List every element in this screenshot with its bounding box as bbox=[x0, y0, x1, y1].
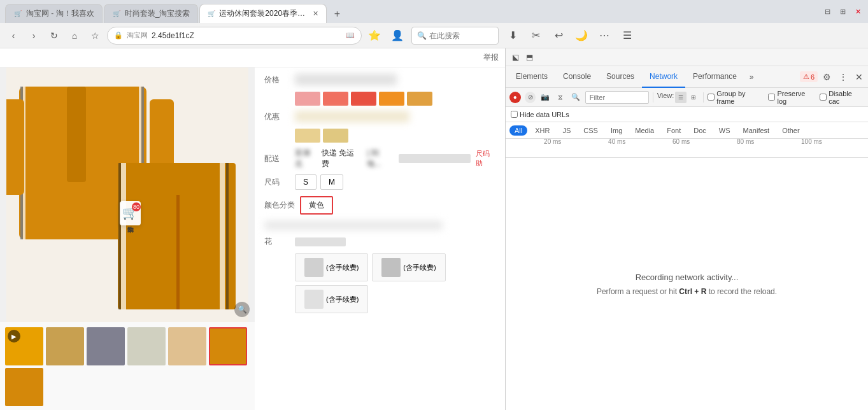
filter-css-button[interactable]: CSS bbox=[578, 125, 603, 136]
color-yellow-button[interactable]: 黄色 bbox=[300, 196, 333, 215]
disable-cache-input[interactable] bbox=[820, 94, 827, 101]
tab-fashion-search[interactable]: 🛒 时尚套装_淘宝搜索 bbox=[104, 4, 199, 23]
thumbnail-1[interactable]: ▶ bbox=[5, 327, 43, 365]
pattern-btn-1[interactable]: (含手续费) bbox=[295, 253, 368, 281]
download-button[interactable]: ⬇ bbox=[504, 27, 522, 45]
filter-other-button[interactable]: Other bbox=[777, 125, 805, 136]
group-by-frame-input[interactable] bbox=[708, 94, 715, 101]
minimize-button[interactable]: ⊟ bbox=[822, 6, 832, 17]
thumbnail-2[interactable] bbox=[46, 327, 84, 365]
refresh-button[interactable]: ↻ bbox=[46, 27, 62, 44]
tab-sports-item[interactable]: 🛒 运动休闲套装2020春季新款时尚洋... ✕ bbox=[199, 4, 327, 23]
swatch-amber[interactable] bbox=[407, 92, 432, 106]
more-button[interactable]: ⋯ bbox=[595, 27, 613, 45]
pattern-btn-3[interactable]: (含手续费) bbox=[295, 285, 368, 313]
page-content: 举报 bbox=[0, 48, 505, 410]
record-button[interactable]: ● bbox=[509, 92, 521, 103]
back-button[interactable]: ‹ bbox=[5, 27, 22, 44]
svg-rect-7 bbox=[6, 99, 24, 195]
thumbnail-7[interactable] bbox=[5, 368, 43, 406]
hide-data-urls-input[interactable] bbox=[511, 111, 518, 118]
cart-icon-wrap[interactable]: 🛒 80 bbox=[122, 205, 138, 220]
home-button[interactable]: ⌂ bbox=[66, 27, 83, 44]
search-box[interactable]: 🔍 bbox=[411, 27, 499, 45]
dock-button[interactable]: ⬕ bbox=[509, 52, 521, 63]
undock-button[interactable]: ⬒ bbox=[523, 52, 535, 63]
thumbnail-5[interactable] bbox=[168, 327, 206, 365]
hide-data-urls-label: Hide data URLs bbox=[520, 111, 569, 118]
search-input[interactable] bbox=[429, 31, 493, 40]
size-help-link[interactable]: 尺码助 bbox=[476, 149, 495, 168]
magnify-button[interactable]: 🔍 bbox=[234, 302, 250, 317]
tab-favicon-1: 🛒 bbox=[13, 10, 22, 18]
tab-network[interactable]: Network bbox=[642, 66, 685, 88]
devtools-close-button[interactable]: ✕ bbox=[853, 71, 865, 83]
maximize-button[interactable]: ⊞ bbox=[837, 6, 848, 17]
network-filter-input[interactable] bbox=[585, 91, 649, 104]
filter-media-button[interactable]: Media bbox=[630, 125, 659, 136]
forward-button[interactable]: › bbox=[25, 27, 42, 44]
swatch-red[interactable] bbox=[351, 92, 376, 106]
floating-cart: 🛒 80 购物车 bbox=[120, 201, 141, 225]
timeline-mark-60ms: 60 ms bbox=[672, 138, 690, 145]
swatch-orange[interactable] bbox=[379, 92, 404, 106]
pattern-img-2 bbox=[381, 258, 401, 277]
clear-button[interactable]: ⊘ bbox=[525, 92, 536, 103]
svg-rect-14 bbox=[118, 163, 121, 309]
bookmark-star-button[interactable]: ⭐ bbox=[366, 27, 383, 45]
tab-console[interactable]: Console bbox=[555, 66, 599, 88]
devtools-more-button[interactable]: ⋮ bbox=[836, 71, 850, 83]
tab-performance[interactable]: Performance bbox=[685, 66, 744, 88]
filter-font-button[interactable]: Font bbox=[662, 125, 686, 136]
filter-js-button[interactable]: JS bbox=[557, 125, 576, 136]
tab-sources[interactable]: Sources bbox=[599, 66, 642, 88]
camera-button[interactable]: 📷 bbox=[539, 92, 551, 103]
filter-manifest-button[interactable]: Manifest bbox=[738, 125, 775, 136]
tab-favicon-3: 🛒 bbox=[208, 10, 215, 18]
filter-img-button[interactable]: Img bbox=[606, 125, 627, 136]
list-view-button[interactable]: ☰ bbox=[675, 92, 687, 103]
filter-all-button[interactable]: All bbox=[509, 125, 527, 136]
tab-more-button[interactable]: » bbox=[744, 73, 759, 81]
warning-badge[interactable]: ⚠ 6 bbox=[800, 71, 818, 82]
thumbnail-6[interactable] bbox=[209, 327, 247, 365]
devtools-settings-button[interactable]: ⚙ bbox=[820, 71, 834, 83]
tab-taobao-home[interactable]: 🛒 淘宝网 - 淘！我喜欢 bbox=[5, 4, 103, 23]
pattern-label: 花 bbox=[264, 236, 290, 247]
thumbnail-3[interactable] bbox=[87, 327, 125, 365]
group-by-frame-checkbox[interactable]: Group by frame bbox=[708, 90, 764, 105]
address-bar[interactable]: 🔒 淘宝网 2.45de1f1cZ 📖 bbox=[107, 27, 362, 45]
hide-data-urls-checkbox[interactable]: Hide data URLs bbox=[511, 111, 569, 118]
disable-cache-checkbox[interactable]: Disable cac bbox=[820, 90, 864, 105]
swatch-orange-red[interactable] bbox=[323, 92, 348, 106]
size-m-button[interactable]: M bbox=[320, 174, 343, 190]
grid-view-button[interactable]: ⊞ bbox=[688, 92, 699, 103]
tab-elements[interactable]: Elements bbox=[508, 66, 555, 88]
network-tab-label: Network bbox=[650, 72, 678, 81]
menu-button[interactable]: ☰ bbox=[618, 27, 636, 45]
tab-close-btn[interactable]: ✕ bbox=[313, 10, 318, 18]
preserve-log-input[interactable] bbox=[768, 94, 775, 101]
bookmark-button[interactable]: ☆ bbox=[87, 27, 103, 44]
timeline-header: 20 ms 40 ms 60 ms 80 ms 100 ms bbox=[506, 139, 868, 158]
filter-doc-button[interactable]: Doc bbox=[688, 125, 711, 136]
profile-button[interactable]: 👤 bbox=[388, 27, 406, 45]
filter-xhr-button[interactable]: XHR bbox=[530, 125, 555, 136]
close-window-button[interactable]: ✕ bbox=[853, 6, 863, 17]
swatch-pink[interactable] bbox=[295, 92, 320, 106]
color-swatches-row bbox=[295, 92, 495, 106]
size-s-button[interactable]: S bbox=[295, 174, 317, 190]
preserve-log-checkbox[interactable]: Preserve log bbox=[768, 90, 816, 105]
cut-button[interactable]: ✂ bbox=[527, 27, 544, 45]
thumbnail-4[interactable] bbox=[127, 327, 166, 365]
filter-ws-button[interactable]: WS bbox=[714, 125, 736, 136]
filter-icon: ⧖ bbox=[555, 92, 566, 103]
search-network-button[interactable]: 🔍 bbox=[570, 92, 581, 103]
dark-mode-button[interactable]: 🌙 bbox=[573, 27, 590, 45]
new-tab-button[interactable]: + bbox=[328, 5, 346, 23]
pattern-btn-2[interactable]: (含手续费) bbox=[372, 253, 445, 281]
undo-button[interactable]: ↩ bbox=[550, 27, 567, 45]
preserve-log-label: Preserve log bbox=[777, 90, 816, 105]
report-button[interactable]: 举报 bbox=[483, 52, 499, 63]
shipping-blurred bbox=[399, 154, 471, 163]
